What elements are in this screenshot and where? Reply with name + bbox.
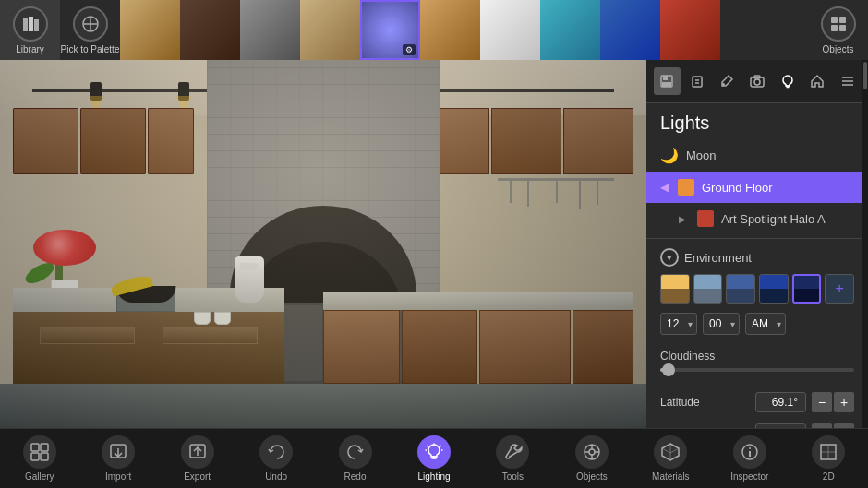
minute-select[interactable]: 00 153045 [703,313,740,335]
latitude-row: Latitude 69.1° − + [646,387,868,418]
environment-header[interactable]: ▾ Environment [660,248,854,267]
env-preset-evening[interactable] [726,274,755,304]
art-spotlight-swatch [697,210,714,227]
svg-point-16 [722,83,725,86]
export-button[interactable]: Export [161,429,235,489]
hour-select[interactable]: 12 123 456 789 1011 [660,313,697,335]
2d-icon [812,435,845,469]
camera-icon-btn[interactable] [744,67,771,95]
ground-floor-swatch [678,179,694,196]
light-item-ground-floor[interactable]: ◀ Ground Floor [646,172,868,203]
latitude-value: 69.1° [755,392,806,412]
import-icon [102,435,135,469]
swatch-9[interactable] [600,0,660,60]
home-icon-btn[interactable] [804,67,831,95]
latitude-minus-button[interactable]: − [812,392,832,412]
svg-rect-27 [31,453,39,460]
2d-label: 2D [823,471,835,482]
redo-icon [339,435,372,469]
latitude-label: Latitude [660,396,750,409]
svg-rect-28 [41,453,48,460]
swatch-6[interactable] [420,0,480,60]
env-preset-night[interactable] [759,274,789,304]
library-button[interactable]: Library [0,0,60,60]
cloudiness-section: Cloudiness [646,350,868,387]
tea-cups [194,312,231,325]
swatch-7[interactable] [480,0,540,60]
svg-rect-6 [831,17,838,23]
art-spotlight-arrow: ▶ [679,214,686,224]
bottom-cabinets-right [323,310,633,384]
lights-divider [646,238,868,239]
swatch-2[interactable] [180,0,240,60]
clipboard-icon-btn[interactable] [684,67,711,95]
objects-button[interactable]: Objects [808,0,868,60]
panel-scrollbar [862,60,868,428]
save-icon-btn[interactable] [654,67,681,95]
gallery-label: Gallery [25,471,54,482]
swatch-3[interactable] [240,0,300,60]
library-label: Library [16,44,44,54]
svg-rect-8 [831,25,838,31]
cloudiness-label: Cloudiness [660,350,854,363]
swatch-10[interactable] [660,0,720,60]
light-item-art-spotlight[interactable]: ▶ Art Spotlight Halo A [646,203,868,234]
svg-rect-9 [839,25,846,31]
materials-button[interactable]: Materials [633,429,707,489]
library-icon [13,6,48,42]
svg-line-36 [427,446,428,446]
latitude-plus-button[interactable]: + [834,392,854,412]
panel-title: Lights [646,103,868,139]
2d-button[interactable]: 2D [791,429,865,489]
lighting-button[interactable]: Lighting [397,429,471,489]
env-preset-day[interactable] [660,274,690,304]
tools-label: Tools [502,471,524,482]
tools-button[interactable]: Tools [476,429,549,489]
light-item-moon[interactable]: 🌙 Moon [646,139,868,172]
redo-button[interactable]: Redo [319,429,392,489]
svg-rect-26 [41,444,48,451]
svg-rect-2 [34,19,39,31]
pick-to-palette-label: Pick to Palette [61,44,120,54]
menu-icon-btn[interactable] [834,67,861,95]
svg-rect-11 [663,76,668,80]
pick-to-palette-button[interactable]: Pick to Palette [60,0,120,60]
undo-button[interactable]: Undo [239,429,313,489]
env-preset-add[interactable]: + [825,274,854,304]
materials-label: Materials [652,471,690,482]
objects-bottom-button[interactable]: Objects [555,429,629,489]
env-preset-dark-night[interactable] [792,274,822,304]
swatch-5-selected[interactable]: ⚙ [360,0,420,60]
svg-rect-13 [693,77,702,87]
ground-floor-label: Ground Floor [702,181,773,195]
env-preset-cloudy[interactable] [693,274,723,304]
pot-rack [498,178,614,222]
svg-point-41 [589,449,595,455]
materials-icon [654,435,687,469]
cloudiness-slider[interactable] [660,368,854,372]
kettle [220,237,278,304]
env-expand-icon: ▾ [660,248,679,267]
cloudiness-thumb[interactable] [662,363,675,376]
svg-rect-7 [839,17,846,23]
material-swatches: ⚙ [120,0,808,60]
latitude-controls: − + [812,392,854,412]
env-presets: + [660,274,854,304]
lighting-icon [417,435,451,469]
svg-rect-12 [662,82,671,87]
swatch-4[interactable] [300,0,360,60]
bulb-icon-btn[interactable] [774,67,801,95]
import-button[interactable]: Import [81,429,155,489]
track-light-1 [90,82,102,101]
svg-rect-25 [31,444,39,451]
period-select[interactable]: AM PM [745,313,786,335]
floor [0,384,646,428]
inspector-button[interactable]: Inspector [713,429,787,489]
pipette-icon-btn[interactable] [714,67,741,95]
pick-to-palette-icon [73,6,108,42]
gallery-button[interactable]: Gallery [3,429,77,489]
swatch-settings-icon[interactable]: ⚙ [403,44,416,55]
swatch-1[interactable] [120,0,180,60]
moon-label: Moon [686,149,717,162]
swatch-8[interactable] [540,0,600,60]
